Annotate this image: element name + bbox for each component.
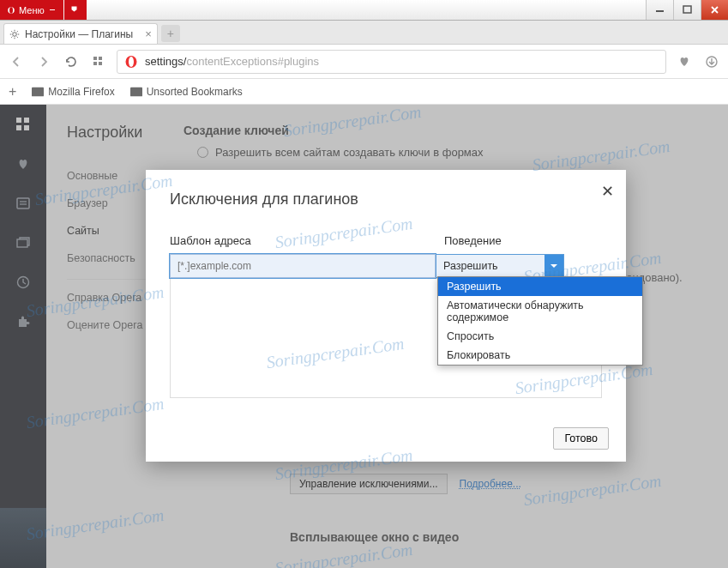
svg-line-10 [17,36,18,37]
speed-dial-tab[interactable] [64,0,87,20]
svg-rect-13 [93,57,97,60]
svg-rect-21 [130,87,142,96]
window-titlebar: Меню [0,0,728,21]
svg-point-18 [129,57,134,67]
bookmark-unsorted[interactable]: Unsorted Bookmarks [130,86,243,98]
maximize-button[interactable] [673,0,701,20]
modal-title: Исключения для плагинов [170,190,602,208]
bookmarks-bar: + Mozilla Firefox Unsorted Bookmarks [0,79,728,105]
behavior-label: Поведение [444,234,602,247]
navigation-toolbar: settings/contentExceptions#plugins [0,45,728,79]
svg-line-9 [11,31,12,32]
svg-rect-3 [683,6,691,13]
svg-rect-2 [656,10,664,12]
option-ask[interactable]: Спросить [438,327,642,346]
tab-title: Настройки — Плагины [25,28,133,40]
tab-settings[interactable]: Настройки — Плагины × [3,23,158,44]
forward-button[interactable] [34,52,53,71]
menu-label: Меню [19,5,45,15]
bookmark-mozilla[interactable]: Mozilla Firefox [32,86,114,98]
option-allow[interactable]: Разрешить [438,277,642,296]
svg-point-4 [13,32,17,36]
close-tab-icon[interactable]: × [145,27,152,40]
done-button[interactable]: Готово [553,427,609,450]
svg-line-11 [11,36,12,37]
bookmark-heart-button[interactable] [675,55,694,69]
downloads-button[interactable] [702,55,721,69]
minimize-button[interactable] [646,0,673,20]
start-page-button[interactable] [89,52,108,71]
menu-button[interactable]: Меню [0,0,63,20]
new-tab-button[interactable]: + [161,25,180,42]
close-window-button[interactable] [701,0,728,20]
address-text: settings/contentExceptions#plugins [145,55,319,68]
back-button[interactable] [7,52,26,71]
option-autodetect[interactable]: Автоматически обнаружить содержимое [438,296,642,327]
svg-rect-16 [99,62,102,65]
svg-line-12 [17,31,18,32]
svg-rect-14 [99,57,102,60]
reload-button[interactable] [62,52,81,71]
add-bookmark-button[interactable]: + [9,84,16,100]
address-pattern-label: Шаблон адреса [170,234,444,247]
svg-rect-20 [32,87,44,96]
modal-close-button[interactable]: ✕ [601,182,614,201]
chevron-down-icon [544,255,563,277]
address-pattern-input[interactable] [170,254,436,278]
svg-rect-15 [93,62,97,65]
tab-bar: Настройки — Плагины × + [0,21,728,45]
address-bar[interactable]: settings/contentExceptions#plugins [117,50,666,74]
behavior-dropdown: Разрешить Автоматически обнаружить содер… [437,276,643,366]
opera-icon [124,55,138,69]
svg-point-1 [9,7,13,14]
option-block[interactable]: Блокировать [438,346,642,365]
behavior-select[interactable]: Разрешить [436,254,564,278]
gear-icon [9,29,20,39]
